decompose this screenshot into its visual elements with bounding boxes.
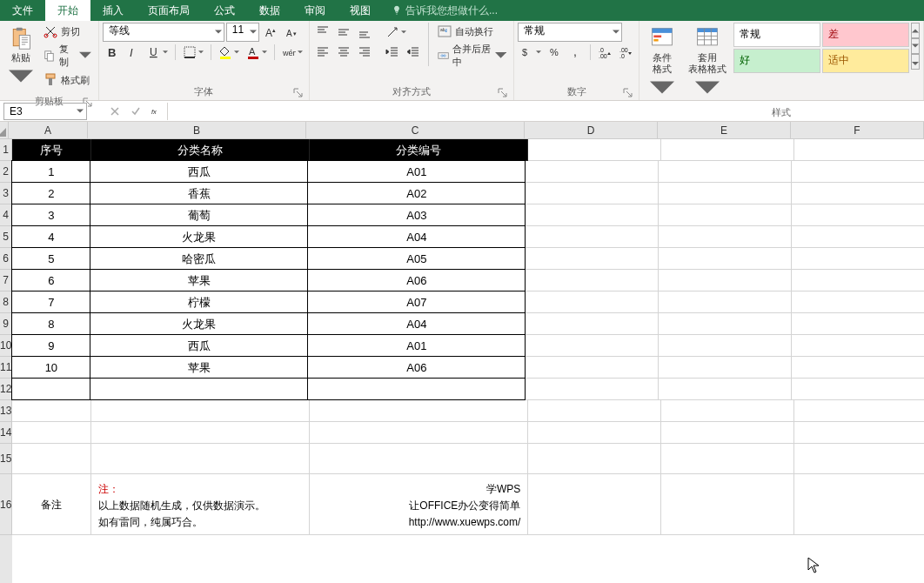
- cell[interactable]: 西瓜: [90, 334, 308, 357]
- cell[interactable]: A01: [307, 334, 526, 357]
- col-header-F[interactable]: F: [791, 122, 924, 139]
- font-color-button[interactable]: A: [244, 43, 270, 62]
- cell[interactable]: [792, 357, 924, 379]
- phonetic-button[interactable]: wén: [279, 43, 305, 62]
- cell[interactable]: [794, 422, 924, 444]
- align-top-button[interactable]: [313, 23, 332, 42]
- decrease-font-button[interactable]: A▾: [282, 23, 301, 42]
- cell[interactable]: [792, 270, 924, 292]
- cell[interactable]: A03: [307, 204, 526, 226]
- cut-button[interactable]: 剪切: [40, 23, 95, 40]
- row-header-7[interactable]: 7: [0, 270, 12, 292]
- cell[interactable]: [792, 379, 924, 400]
- cell[interactable]: [526, 313, 659, 335]
- cell[interactable]: [310, 400, 528, 422]
- tab-formulas[interactable]: 公式: [202, 0, 247, 21]
- cell[interactable]: [794, 400, 924, 422]
- cell[interactable]: [792, 248, 924, 270]
- align-bottom-button[interactable]: [355, 23, 374, 42]
- align-right-button[interactable]: [355, 43, 374, 62]
- cell[interactable]: [307, 378, 526, 400]
- cell[interactable]: 2: [11, 182, 90, 204]
- cell[interactable]: [91, 400, 310, 422]
- paste-button[interactable]: 粘贴: [3, 23, 38, 93]
- increase-decimal-button[interactable]: .0.00: [595, 43, 614, 62]
- cell[interactable]: [526, 335, 659, 357]
- row-header-4[interactable]: 4: [0, 204, 12, 226]
- row-header-11[interactable]: 11: [0, 357, 12, 379]
- cell[interactable]: [792, 292, 924, 313]
- align-middle-button[interactable]: [334, 23, 353, 42]
- name-box[interactable]: E3: [3, 103, 87, 120]
- col-header-A[interactable]: A: [9, 122, 88, 139]
- cancel-formula-button[interactable]: [104, 103, 125, 120]
- style-more[interactable]: [911, 54, 920, 70]
- bold-button[interactable]: B: [103, 43, 122, 62]
- cell[interactable]: 香蕉: [90, 182, 308, 204]
- cell[interactable]: [528, 474, 661, 535]
- increase-font-button[interactable]: A▴: [261, 23, 280, 42]
- row-header-1[interactable]: 1: [0, 139, 12, 161]
- cell[interactable]: A07: [307, 291, 526, 313]
- merge-center-button[interactable]: 合并后居中: [434, 41, 510, 70]
- row-header-14[interactable]: 14: [0, 422, 12, 444]
- tab-insert[interactable]: 插入: [90, 0, 136, 21]
- cell[interactable]: [792, 183, 924, 204]
- cell[interactable]: 7: [11, 291, 90, 313]
- comma-button[interactable]: ,: [566, 43, 586, 62]
- accounting-format-button[interactable]: $: [518, 43, 544, 62]
- cell[interactable]: 火龙果: [90, 225, 308, 248]
- cell[interactable]: [659, 379, 792, 400]
- cell[interactable]: [792, 204, 924, 226]
- underline-button[interactable]: U: [144, 43, 171, 62]
- cell[interactable]: [526, 270, 659, 292]
- percent-button[interactable]: %: [546, 43, 565, 62]
- row-header-3[interactable]: 3: [0, 183, 12, 204]
- cell[interactable]: 9: [11, 334, 90, 357]
- cell[interactable]: 序号: [12, 139, 91, 161]
- conditional-format-button[interactable]: 条件格式: [643, 23, 681, 104]
- cell[interactable]: [659, 183, 792, 204]
- cell[interactable]: 火龙果: [90, 312, 308, 335]
- wrap-text-button[interactable]: ab 自动换行: [434, 23, 510, 40]
- row-header-15[interactable]: 15: [0, 444, 12, 474]
- row-header-6[interactable]: 6: [0, 248, 12, 270]
- cell[interactable]: [794, 139, 924, 161]
- insert-function-button[interactable]: fx: [146, 103, 167, 120]
- col-header-B[interactable]: B: [88, 122, 306, 139]
- cell[interactable]: [12, 444, 91, 474]
- cell[interactable]: [310, 422, 528, 444]
- format-painter-button[interactable]: 格式刷: [40, 71, 95, 89]
- decrease-decimal-button[interactable]: .00.0: [616, 43, 635, 62]
- align-center-button[interactable]: [334, 43, 353, 62]
- fill-color-button[interactable]: [216, 43, 242, 62]
- note-left[interactable]: 注：以上数据随机生成，仅供数据演示。如有雷同，纯属巧合。: [91, 474, 310, 535]
- cell[interactable]: [792, 313, 924, 335]
- style-normal[interactable]: 常规: [733, 23, 820, 47]
- cell[interactable]: [659, 270, 792, 292]
- orientation-button[interactable]: [383, 23, 409, 42]
- cell[interactable]: 哈密瓜: [90, 247, 308, 270]
- cell[interactable]: [526, 183, 659, 204]
- cell[interactable]: [659, 292, 792, 313]
- cell[interactable]: [12, 400, 91, 422]
- cell[interactable]: [526, 379, 659, 400]
- row-header-8[interactable]: 8: [0, 292, 12, 313]
- cell[interactable]: 苹果: [90, 356, 308, 379]
- cell[interactable]: [91, 422, 310, 444]
- cell[interactable]: [528, 422, 661, 444]
- dialog-launcher-icon[interactable]: [498, 88, 508, 98]
- row-header-16[interactable]: 16: [0, 474, 12, 535]
- cell[interactable]: [526, 226, 659, 248]
- cell[interactable]: [310, 444, 528, 474]
- row-header-5[interactable]: 5: [0, 226, 12, 248]
- cell[interactable]: [659, 248, 792, 270]
- cell[interactable]: 8: [11, 312, 90, 335]
- cell[interactable]: [526, 248, 659, 270]
- cell[interactable]: 3: [11, 204, 90, 226]
- col-header-E[interactable]: E: [658, 122, 791, 139]
- cell[interactable]: [661, 422, 794, 444]
- tab-view[interactable]: 视图: [338, 0, 383, 21]
- cell[interactable]: [659, 204, 792, 226]
- italic-button[interactable]: I: [124, 43, 143, 62]
